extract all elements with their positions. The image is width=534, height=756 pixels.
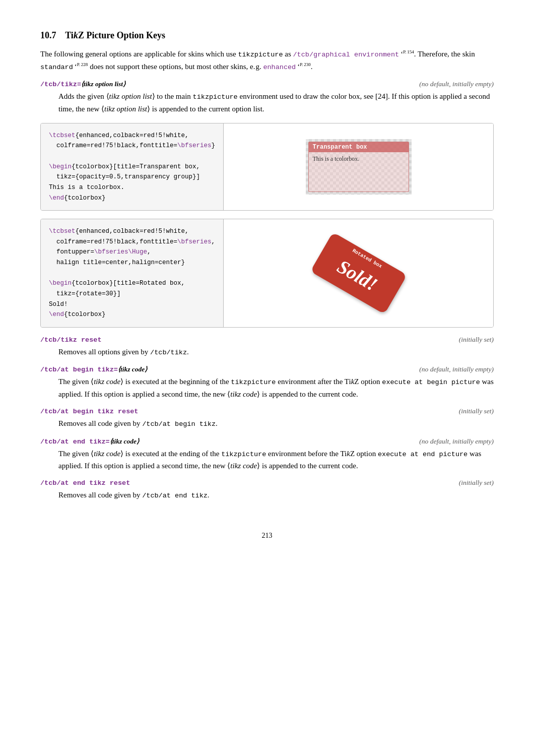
option-line-tcb-tikz: /tcb/tikz=⟨tikz option list⟩ (no default… (40, 80, 494, 88)
option-line-at-end-tikz: /tcb/at end tikz=⟨tikz code⟩ (no default… (40, 437, 494, 446)
option-desc-at-begin-tikz: The given ⟨tikz code⟩ is executed at the… (58, 375, 494, 400)
section-title: TikZ Picture Option Keys (65, 30, 165, 40)
option-line-at-end-tikz-reset: /tcb/at end tikz reset (initially set) (40, 479, 494, 487)
option-desc-tcb-tikz-reset: Removes all options given by /tcb/tikz. (58, 346, 494, 358)
option-tcb-at-begin-tikz: /tcb/at begin tikz=⟨tikz code⟩ (no defau… (40, 365, 494, 400)
option-label-at-end-tikz-reset: /tcb/at end tikz reset (40, 479, 130, 487)
intro-paragraph: The following general options are applic… (40, 48, 494, 73)
transparent-box-title: Transparent box (309, 142, 409, 152)
sold-box: Rotated box Sold! (310, 232, 407, 314)
code-right-transparent: Transparent box This is a tcolorbox. (223, 123, 493, 210)
option-label-at-end-tikz: /tcb/at end tikz=⟨tikz code⟩ (40, 437, 139, 446)
option-right-at-end-tikz: (no default, initially empty) (419, 437, 494, 446)
option-tcb-at-begin-tikz-reset: /tcb/at begin tikz reset (initially set)… (40, 407, 494, 430)
code-example-transparent: \tcbset{enhanced,colback=red!5!white, co… (40, 123, 494, 211)
enhanced-code: enhanced (263, 64, 296, 71)
option-label-tcb-tikz: /tcb/tikz=⟨tikz option list⟩ (40, 80, 125, 88)
option-label-at-begin-tikz-reset: /tcb/at begin tikz reset (40, 408, 138, 415)
code-left-transparent: \tcbset{enhanced,colback=red!5!white, co… (41, 123, 223, 210)
option-tcb-tikz-reset: /tcb/tikz reset (initially set) Removes … (40, 336, 494, 358)
option-tcb-at-end-tikz: /tcb/at end tikz=⟨tikz code⟩ (no default… (40, 437, 494, 472)
option-line-tcb-tikz-reset: /tcb/tikz reset (initially set) (40, 336, 494, 344)
option-desc-at-begin-tikz-reset: Removes all code given by /tcb/at begin … (58, 417, 494, 430)
option-right-at-end-tikz-reset: (initially set) (459, 479, 494, 487)
option-tcb-tikz: /tcb/tikz=⟨tikz option list⟩ (no default… (40, 80, 494, 328)
standard-code: standard (40, 64, 73, 71)
transparent-box-visual: Transparent box This is a tcolorbox. (306, 139, 412, 195)
tikzpicture-code: tikzpicture (238, 51, 283, 58)
option-right-at-begin-tikz-reset: (initially set) (459, 407, 494, 415)
option-desc-at-end-tikz: The given ⟨tikz code⟩ is executed at the… (58, 448, 494, 472)
transparent-box-body: This is a tcolorbox. (309, 152, 409, 166)
option-label-at-begin-tikz: /tcb/at begin tikz=⟨tikz code⟩ (40, 365, 147, 373)
page-number: 213 (40, 532, 494, 540)
option-desc-at-end-tikz-reset: Removes all code given by /tcb/at end ti… (58, 489, 494, 501)
code-example-rotated: \tcbset{enhanced,colback=red!5!white, co… (40, 219, 494, 328)
code-right-rotated: Rotated box Sold! (223, 219, 493, 327)
option-tcb-at-end-tikz-reset: /tcb/at end tikz reset (initially set) R… (40, 479, 494, 501)
option-line-at-begin-tikz-reset: /tcb/at begin tikz reset (initially set) (40, 407, 494, 415)
option-label-tcb-tikz-reset: /tcb/tikz reset (40, 336, 102, 344)
code-left-rotated: \tcbset{enhanced,colback=red!5!white, co… (41, 219, 223, 327)
option-desc-tcb-tikz: Adds the given ⟨tikz option list⟩ to the… (58, 90, 494, 115)
section-number: 10.7 (40, 30, 56, 40)
option-line-at-begin-tikz: /tcb/at begin tikz=⟨tikz code⟩ (no defau… (40, 365, 494, 373)
option-right-tcb-tikz: (no default, initially empty) (419, 80, 494, 88)
rotated-box-visual: Rotated box Sold! (303, 230, 414, 316)
option-right-at-begin-tikz: (no default, initially empty) (419, 365, 494, 373)
section-heading: 10.7 TikZ Picture Option Keys (40, 30, 494, 41)
graphical-env-code: /tcb/graphical environment (293, 51, 399, 58)
option-right-tcb-tikz-reset: (initially set) (459, 336, 494, 344)
tcb-transparent-box: Transparent box This is a tcolorbox. (308, 142, 409, 192)
